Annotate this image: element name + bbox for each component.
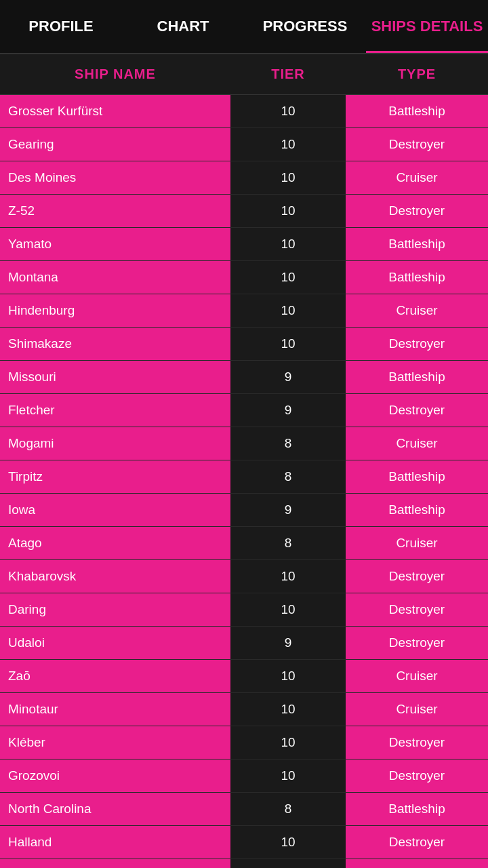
table-row[interactable]: République10Battleship (0, 859, 488, 868)
ship-type-cell: Destroyer (346, 328, 488, 360)
table-row[interactable]: Yamato10Battleship (0, 228, 488, 261)
ship-tier-cell: 10 (230, 693, 346, 726)
table-body: Grosser Kurfürst10BattleshipGearing10Des… (0, 95, 488, 868)
table-row[interactable]: Des Moines10Cruiser (0, 161, 488, 195)
ship-type-cell: Destroyer (346, 394, 488, 427)
ship-tier-cell: 10 (230, 294, 346, 327)
ship-name-cell: Missouri (0, 361, 230, 393)
ship-name-cell: Minotaur (0, 693, 230, 726)
navigation-tabs: PROFILECHARTPROGRESSSHIPS DETAILS (0, 0, 488, 54)
table-row[interactable]: Z-5210Destroyer (0, 195, 488, 228)
ship-type-cell: Battleship (346, 859, 488, 868)
table-row[interactable]: Missouri9Battleship (0, 361, 488, 394)
ship-tier-cell: 9 (230, 494, 346, 526)
ship-type-cell: Cruiser (346, 294, 488, 327)
column-header-name: SHIP NAME (0, 66, 230, 82)
ship-tier-cell: 10 (230, 593, 346, 626)
ship-name-cell: Hindenburg (0, 294, 230, 327)
table-row[interactable]: Udaloi9Destroyer (0, 627, 488, 660)
nav-tab-progress[interactable]: PROGRESS (244, 0, 366, 53)
ship-name-cell: Grosser Kurfürst (0, 95, 230, 127)
ship-name-cell: Kléber (0, 726, 230, 759)
ship-type-cell: Destroyer (346, 826, 488, 859)
ship-tier-cell: 10 (230, 95, 346, 127)
ship-type-cell: Battleship (346, 494, 488, 526)
ship-type-cell: Destroyer (346, 760, 488, 792)
nav-tab-ships-details[interactable]: SHIPS DETAILS (366, 0, 488, 53)
table-row[interactable]: Montana10Battleship (0, 261, 488, 294)
ship-name-cell: Des Moines (0, 161, 230, 194)
ship-type-cell: Cruiser (346, 660, 488, 692)
ship-tier-cell: 10 (230, 261, 346, 294)
ship-name-cell: Shimakaze (0, 328, 230, 360)
nav-tab-chart[interactable]: CHART (122, 0, 244, 53)
ship-type-cell: Destroyer (346, 627, 488, 659)
ship-type-cell: Battleship (346, 95, 488, 127)
ship-name-cell: Fletcher (0, 394, 230, 427)
ship-type-cell: Battleship (346, 460, 488, 493)
ship-name-cell: République (0, 859, 230, 868)
table-row[interactable]: Daring10Destroyer (0, 593, 488, 627)
ship-tier-cell: 10 (230, 560, 346, 593)
table-row[interactable]: Kléber10Destroyer (0, 726, 488, 760)
table-row[interactable]: Hindenburg10Cruiser (0, 294, 488, 328)
ship-name-cell: Yamato (0, 228, 230, 260)
ship-tier-cell: 10 (230, 195, 346, 227)
ship-tier-cell: 10 (230, 228, 346, 260)
column-header-type: TYPE (346, 66, 488, 82)
table-row[interactable]: North Carolina8Battleship (0, 793, 488, 826)
ship-tier-cell: 10 (230, 726, 346, 759)
ship-type-cell: Destroyer (346, 128, 488, 161)
ship-tier-cell: 10 (230, 161, 346, 194)
ship-name-cell: Udaloi (0, 627, 230, 659)
ship-type-cell: Destroyer (346, 593, 488, 626)
ship-type-cell: Destroyer (346, 726, 488, 759)
ship-tier-cell: 8 (230, 427, 346, 460)
table-row[interactable]: Halland10Destroyer (0, 826, 488, 859)
ship-tier-cell: 9 (230, 394, 346, 427)
ship-name-cell: Halland (0, 826, 230, 859)
table-row[interactable]: Zaō10Cruiser (0, 660, 488, 693)
table-row[interactable]: Mogami8Cruiser (0, 427, 488, 460)
ship-name-cell: Atago (0, 527, 230, 559)
ship-name-cell: Khabarovsk (0, 560, 230, 593)
ship-tier-cell: 10 (230, 660, 346, 692)
ship-tier-cell: 8 (230, 460, 346, 493)
ship-type-cell: Battleship (346, 228, 488, 260)
table-row[interactable]: Atago8Cruiser (0, 527, 488, 560)
ship-type-cell: Destroyer (346, 195, 488, 227)
table-row[interactable]: Tirpitz8Battleship (0, 460, 488, 494)
ship-type-cell: Cruiser (346, 693, 488, 726)
ship-type-cell: Battleship (346, 793, 488, 825)
nav-tab-profile[interactable]: PROFILE (0, 0, 122, 53)
table-row[interactable]: Khabarovsk10Destroyer (0, 560, 488, 593)
ship-name-cell: Grozovoi (0, 760, 230, 792)
table-row[interactable]: Gearing10Destroyer (0, 128, 488, 161)
ship-name-cell: Z-52 (0, 195, 230, 227)
ship-type-cell: Cruiser (346, 161, 488, 194)
table-row[interactable]: Shimakaze10Destroyer (0, 328, 488, 361)
ship-tier-cell: 9 (230, 361, 346, 393)
column-header-tier: TIER (230, 66, 346, 82)
ship-tier-cell: 10 (230, 328, 346, 360)
ship-name-cell: Gearing (0, 128, 230, 161)
table-row[interactable]: Grosser Kurfürst10Battleship (0, 95, 488, 128)
ship-tier-cell: 10 (230, 859, 346, 868)
ship-name-cell: North Carolina (0, 793, 230, 825)
table-row[interactable]: Fletcher9Destroyer (0, 394, 488, 427)
table-row[interactable]: Grozovoi10Destroyer (0, 760, 488, 793)
ship-type-cell: Destroyer (346, 560, 488, 593)
ship-tier-cell: 10 (230, 128, 346, 161)
ship-tier-cell: 10 (230, 760, 346, 792)
ship-tier-cell: 9 (230, 627, 346, 659)
table-row[interactable]: Minotaur10Cruiser (0, 693, 488, 726)
ship-type-cell: Cruiser (346, 427, 488, 460)
ship-tier-cell: 8 (230, 527, 346, 559)
ship-tier-cell: 10 (230, 826, 346, 859)
ship-name-cell: Zaō (0, 660, 230, 692)
ship-tier-cell: 8 (230, 793, 346, 825)
ship-type-cell: Cruiser (346, 527, 488, 559)
ship-type-cell: Battleship (346, 261, 488, 294)
ship-name-cell: Tirpitz (0, 460, 230, 493)
table-row[interactable]: Iowa9Battleship (0, 494, 488, 527)
